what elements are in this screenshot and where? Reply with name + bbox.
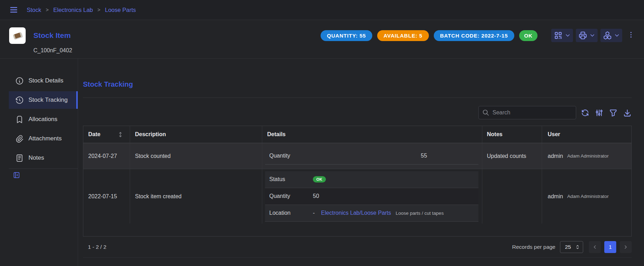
sidebar-item-stock-details[interactable]: Stock Details [9,72,78,89]
capacitor-image [13,32,22,39]
breadcrumb-electronics-lab[interactable]: Electronics Lab [53,7,93,13]
sidebar-item-label: Notes [28,154,44,161]
notes-icon [15,154,24,162]
paperclip-icon [15,134,24,143]
heading-divider [83,98,632,98]
next-page-button[interactable] [620,241,632,253]
stock-operations-button[interactable] [600,29,622,42]
search-icon [482,109,489,116]
page-1-button[interactable]: 1 [604,241,616,253]
table-header-row: Date Description Details Notes User [83,126,631,143]
chevron-down-icon [589,32,595,39]
detail-row-quantity: Quantity 55 [265,148,478,165]
stock-item-thumbnail[interactable] [9,27,26,44]
sidebar-item-notes[interactable]: Notes [9,149,78,167]
column-header-user[interactable]: User [542,126,631,143]
previous-page-button[interactable] [589,241,601,253]
cell-details: Status OK Quantity 50 Location - Electro… [262,169,482,224]
cell-description: Stock counted [130,143,262,169]
info-circle-icon [15,77,24,85]
chevron-down-icon [614,32,620,39]
table-row[interactable]: 2022-07-15 Stock item created Status OK … [83,169,631,224]
quantity-badge: QUANTITY: 55 [321,30,372,41]
available-badge: AVAILABLE: 5 [377,30,429,41]
refresh-icon[interactable] [581,108,590,117]
table-footer: 1 - 2 / 2 Records per page 25 1 [83,237,632,258]
selector-icon [575,244,580,250]
detail-row-quantity: Quantity 50 [265,188,478,205]
collapse-sidebar-button[interactable] [13,171,20,179]
barcode-actions-button[interactable] [551,29,573,42]
packages-icon [603,31,612,40]
printer-icon [578,31,587,40]
cell-details: Quantity 55 [262,143,482,169]
location-link[interactable]: Electronics Lab/Loose Parts [321,210,391,216]
detail-row-status: Status OK [265,171,478,188]
breadcrumb-loose-parts[interactable]: Loose Parts [105,7,136,13]
cell-date: 2022-07-15 [83,169,130,224]
cell-notes [482,169,542,224]
stock-tracking-table: Date Description Details Notes User 2024… [83,126,632,237]
column-header-description[interactable]: Description [130,126,262,143]
top-navigation-bar: Stock > Electronics Lab > Loose Parts [0,0,644,20]
sidebar-item-attachments[interactable]: Attachments [9,130,78,147]
sidebar: Stock Details Stock Tracking Allocations… [0,59,78,266]
sidebar-item-label: Allocations [28,116,57,123]
column-header-notes[interactable]: Notes [482,126,542,143]
page-header: Stock Item C_100nF_0402 QUANTITY: 55 AVA… [0,20,644,59]
batch-code-badge: BATCH CODE: 2022-7-15 [434,30,514,41]
sidebar-divider [9,168,78,169]
print-actions-button[interactable] [576,29,598,42]
header-actions [551,29,622,42]
breadcrumb-separator: > [97,7,100,13]
chevron-down-icon [565,32,571,39]
search-box [478,106,576,119]
record-range: 1 - 2 / 2 [88,244,107,250]
sidebar-item-label: Attachments [28,135,62,142]
filter-icon[interactable] [609,108,618,117]
search-input[interactable] [492,109,572,116]
cell-description: Stock item created [130,169,262,224]
breadcrumb: Stock > Electronics Lab > Loose Parts [27,7,136,13]
table-options-icon[interactable] [595,108,604,117]
status-ok-badge: OK [519,30,537,41]
part-name: C_100nF_0402 [33,47,72,54]
cell-user: admin Adam Administrator [542,143,631,169]
sidebar-item-label: Stock Tracking [28,97,68,104]
section-heading: Stock Tracking [83,80,632,89]
table-toolbar [83,106,632,119]
sidebar-item-stock-tracking[interactable]: Stock Tracking [9,91,78,109]
qrcode-icon [554,31,563,40]
cell-date: 2024-07-27 [83,143,130,169]
records-per-page-select[interactable]: 25 [560,241,583,253]
detail-row-location: Location - Electronics Lab/Loose Parts L… [265,205,478,222]
column-header-details[interactable]: Details [262,126,482,143]
menu-icon[interactable] [9,5,18,14]
ok-status-badge: OK [313,176,326,182]
page-title: Stock Item [33,31,72,40]
breadcrumb-stock[interactable]: Stock [27,7,41,13]
sort-icon[interactable] [117,132,123,138]
breadcrumb-separator: > [46,7,49,13]
table-row[interactable]: 2024-07-27 Stock counted Quantity 55 Upd… [83,143,631,169]
cell-notes: Updated counts [482,143,542,169]
status-badges: QUANTITY: 55 AVAILABLE: 5 BATCH CODE: 20… [321,30,537,41]
sidebar-item-label: Stock Details [28,77,63,84]
records-per-page-label: Records per page [512,244,555,250]
bookmark-icon [15,115,24,124]
column-header-date[interactable]: Date [83,126,130,143]
history-icon [15,96,24,105]
cell-user: admin Adam Administrator [542,169,631,224]
more-options-button[interactable] [627,31,635,39]
download-icon[interactable] [623,108,632,117]
sidebar-item-allocations[interactable]: Allocations [9,111,78,128]
